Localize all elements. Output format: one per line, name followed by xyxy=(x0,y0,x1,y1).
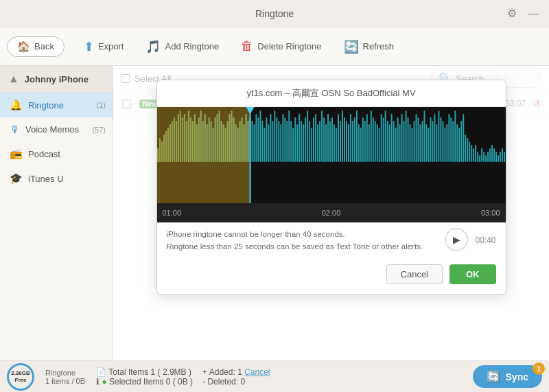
waveform-container[interactable] xyxy=(157,107,506,203)
svg-rect-93 xyxy=(343,117,344,162)
refresh-icon: 🔄 xyxy=(344,39,359,54)
svg-rect-137 xyxy=(434,114,435,162)
svg-rect-182 xyxy=(177,114,178,162)
waveform-svg xyxy=(157,107,506,203)
svg-rect-118 xyxy=(395,128,396,162)
app-title: Ringtone xyxy=(255,8,294,19)
svg-rect-141 xyxy=(442,121,443,162)
sidebar-item-label: Ringtone xyxy=(28,100,64,111)
main-layout: ▲ Johnny iPhone 🔔 Ringtone (1) 🎙 Voice M… xyxy=(0,66,549,360)
ok-button[interactable]: OK xyxy=(449,264,496,284)
svg-rect-125 xyxy=(409,124,410,162)
svg-rect-124 xyxy=(407,117,408,162)
svg-rect-157 xyxy=(475,145,476,162)
svg-rect-60 xyxy=(276,117,277,162)
svg-rect-139 xyxy=(438,111,439,162)
svg-rect-192 xyxy=(198,117,199,162)
svg-rect-113 xyxy=(384,111,386,162)
svg-rect-71 xyxy=(299,114,300,162)
svg-rect-123 xyxy=(405,111,406,162)
home-icon: 🏠 xyxy=(17,41,30,53)
sidebar-item-podcast[interactable]: 📻 Podcast xyxy=(0,141,113,166)
svg-rect-193 xyxy=(200,111,201,162)
selected-items: ℹ ● Selected Items 0 ( 0B ) xyxy=(96,377,193,387)
svg-rect-132 xyxy=(423,111,425,162)
selected-label: Selected Items 0 ( 0B ) xyxy=(109,377,193,387)
svg-rect-211 xyxy=(237,128,238,162)
storage-gb: 2.26GB xyxy=(11,370,30,377)
modal-duration: 00:40 xyxy=(475,235,495,245)
selected-dot: ● xyxy=(102,377,109,387)
svg-rect-188 xyxy=(189,117,191,162)
cancel-button[interactable]: Cancel xyxy=(386,264,443,284)
svg-rect-155 xyxy=(471,145,472,162)
delete-ringtone-button[interactable]: 🗑 Delete Ringtone xyxy=(231,35,331,58)
deleted-row: - Deleted: 0 xyxy=(202,377,270,387)
svg-rect-142 xyxy=(444,128,445,162)
svg-rect-209 xyxy=(233,117,234,162)
cancel-link[interactable]: Cancel xyxy=(244,367,270,377)
svg-rect-201 xyxy=(216,114,218,162)
export-button[interactable]: ⬆ Export xyxy=(74,35,134,58)
play-button[interactable]: ▶ xyxy=(445,228,468,251)
export-icon: ⬆ xyxy=(84,39,94,54)
svg-rect-190 xyxy=(194,114,195,162)
podcast-icon: 📻 xyxy=(10,148,23,160)
sidebar-item-ringtone[interactable]: 🔔 Ringtone (1) xyxy=(0,93,113,117)
svg-rect-74 xyxy=(305,117,306,162)
status-left: 📄 Total Items 1 ( 2.9MB ) ℹ ● Selected I… xyxy=(96,367,193,387)
svg-rect-176 xyxy=(165,131,166,162)
minimize-button[interactable]: — xyxy=(526,5,542,22)
svg-rect-151 xyxy=(463,114,464,162)
refresh-button[interactable]: 🔄 Refresh xyxy=(334,35,404,58)
svg-rect-172 xyxy=(157,148,159,162)
svg-rect-131 xyxy=(421,121,423,162)
svg-rect-173 xyxy=(159,138,160,162)
svg-rect-167 xyxy=(495,152,497,162)
settings-button[interactable]: ⚙ xyxy=(504,5,520,22)
svg-rect-206 xyxy=(226,121,228,162)
modal-actions: Cancel OK xyxy=(157,259,506,294)
sidebar-item-itunes-u[interactable]: 🎓 iTunes U xyxy=(0,166,113,191)
svg-rect-104 xyxy=(366,114,367,162)
svg-rect-130 xyxy=(419,124,421,162)
svg-rect-127 xyxy=(413,121,414,162)
svg-rect-117 xyxy=(393,121,394,162)
svg-rect-102 xyxy=(362,117,363,162)
sidebar-item-label: iTunes U xyxy=(28,174,64,184)
back-button[interactable]: 🏠 Back xyxy=(7,36,65,57)
svg-rect-144 xyxy=(448,114,449,162)
device-header: ▲ Johnny iPhone xyxy=(0,66,113,93)
svg-rect-184 xyxy=(181,117,183,162)
add-icon: 🎵 xyxy=(145,39,161,54)
svg-rect-162 xyxy=(485,155,487,162)
svg-rect-199 xyxy=(212,128,213,162)
svg-rect-143 xyxy=(446,124,447,162)
total-items: 📄 Total Items 1 ( 2.9MB ) xyxy=(96,367,193,377)
svg-rect-128 xyxy=(415,114,417,162)
svg-rect-208 xyxy=(231,111,232,162)
svg-rect-59 xyxy=(274,111,275,162)
sync-button[interactable]: 🔄 Sync 1 xyxy=(473,365,542,388)
svg-rect-63 xyxy=(282,114,283,162)
svg-rect-105 xyxy=(368,124,369,162)
add-ringtone-button[interactable]: 🎵 Add Ringtone xyxy=(136,35,229,58)
svg-rect-177 xyxy=(167,128,168,162)
svg-rect-160 xyxy=(481,148,482,162)
content-area: Select All 🔍 New yt1s.com – 高爾宣 OSN So B… xyxy=(113,66,549,360)
modal-info: iPhone ringtone cannot be longer than 40… xyxy=(167,228,439,253)
svg-rect-85 xyxy=(327,114,329,162)
svg-rect-55 xyxy=(266,117,267,162)
svg-rect-65 xyxy=(286,121,288,162)
svg-rect-178 xyxy=(169,124,170,162)
svg-rect-87 xyxy=(331,117,333,162)
svg-rect-158 xyxy=(477,152,478,162)
sidebar-item-voice-memos[interactable]: 🎙 Voice Memos (57) xyxy=(0,117,113,141)
svg-rect-64 xyxy=(284,117,285,162)
svg-rect-108 xyxy=(374,121,375,162)
svg-rect-140 xyxy=(440,117,441,162)
ringtone-icon: 🔔 xyxy=(10,99,23,111)
svg-rect-76 xyxy=(309,121,310,162)
svg-rect-106 xyxy=(370,111,371,162)
svg-rect-150 xyxy=(460,121,462,162)
